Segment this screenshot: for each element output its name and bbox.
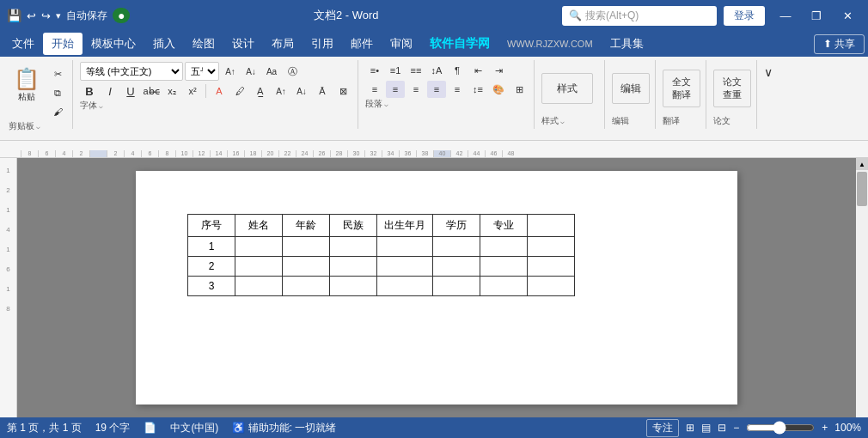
restore-button[interactable]: ❐ [803, 3, 830, 27]
menu-item-review[interactable]: 审阅 [382, 33, 421, 55]
align-right-button[interactable]: ≡ [406, 81, 425, 98]
table-cell[interactable] [480, 257, 528, 277]
table-cell[interactable] [528, 277, 575, 296]
table-cell[interactable] [528, 237, 575, 257]
style-expand-icon[interactable]: ⌵ [560, 118, 565, 125]
table-cell[interactable] [330, 277, 377, 296]
menu-item-template[interactable]: 模板中心 [83, 33, 144, 55]
table-cell[interactable] [283, 237, 330, 257]
clear-format-button[interactable]: Ⓐ [283, 63, 302, 80]
shading-button[interactable]: 🎨 [489, 81, 508, 98]
multilevel-list-button[interactable]: ≡≡ [406, 62, 425, 79]
line-spacing-button[interactable]: ↕≡ [468, 81, 487, 98]
undo-icon[interactable]: ↩ [27, 9, 36, 22]
menu-item-design[interactable]: 设计 [223, 33, 263, 55]
vertical-scrollbar[interactable]: ▲ [856, 158, 868, 417]
menu-item-mailings[interactable]: 邮件 [342, 33, 382, 55]
document-page[interactable]: 序号 姓名 年龄 民族 出生年月 学历 专业 1 [136, 171, 737, 405]
ribbon-more[interactable]: ∨ [759, 60, 778, 81]
table-cell[interactable] [377, 237, 433, 257]
quick-access-more[interactable]: ▾ [56, 10, 61, 21]
share-button[interactable]: ⬆ 共享 [814, 34, 865, 54]
italic-button[interactable]: I [101, 82, 119, 100]
font-size-down2-button[interactable]: A↓ [292, 82, 311, 100]
align-justify-button[interactable]: ≡ [427, 81, 446, 98]
copy-button[interactable]: ⧉ [48, 84, 67, 101]
focus-button[interactable]: 专注 [646, 419, 679, 437]
paper-check-button[interactable]: 论文查重 [713, 70, 751, 107]
bold-button[interactable]: B [80, 82, 99, 100]
bullet-list-button[interactable]: ≡• [365, 62, 384, 79]
char-border-button[interactable]: ⊠ [333, 82, 352, 100]
search-box[interactable]: 🔍 搜索(Alt+Q) [562, 6, 717, 26]
table-cell[interactable] [433, 237, 480, 257]
change-case-button[interactable]: Aa [262, 63, 281, 80]
style-button[interactable]: 样式 [541, 73, 593, 104]
border-button[interactable]: ⊞ [510, 81, 529, 98]
table-cell[interactable] [283, 257, 330, 277]
table-cell[interactable] [235, 237, 283, 257]
align-center-button[interactable]: ≡ [386, 81, 405, 98]
font-family-select[interactable]: 等线 (中文正文) [80, 62, 183, 81]
minimize-button[interactable]: — [772, 3, 799, 27]
cut-button[interactable]: ✂ [48, 65, 67, 82]
scroll-thumb[interactable] [857, 172, 867, 206]
font-expand-icon[interactable]: ⌵ [99, 102, 103, 110]
translate-button[interactable]: 全文翻译 [663, 70, 700, 107]
table-cell[interactable] [480, 277, 528, 296]
document-table[interactable]: 序号 姓名 年龄 民族 出生年月 学历 专业 1 [187, 214, 575, 296]
format-painter-button[interactable]: 🖌 [48, 103, 67, 120]
subscript-button[interactable]: x₂ [162, 82, 181, 100]
scroll-up-button[interactable]: ▲ [856, 158, 868, 170]
align-distribute-button[interactable]: ≡ [448, 81, 467, 98]
number-list-button[interactable]: ≡1 [386, 62, 405, 79]
layout-icon3[interactable]: ⊟ [718, 422, 726, 434]
layout-icon2[interactable]: ▤ [701, 422, 711, 434]
table-cell[interactable] [480, 237, 528, 257]
text-color-button[interactable]: A̲ [251, 82, 270, 100]
indent-increase-button[interactable]: ⇥ [489, 62, 508, 79]
font-size-decrease-button[interactable]: A↓ [241, 63, 260, 80]
table-cell[interactable] [330, 257, 377, 277]
highlight-button[interactable]: 🖊 [230, 82, 249, 100]
table-cell[interactable] [235, 257, 283, 277]
redo-icon[interactable]: ↪ [41, 9, 51, 22]
table-cell[interactable] [235, 277, 283, 296]
document-area[interactable]: 序号 姓名 年龄 民族 出生年月 学历 专业 1 [17, 158, 856, 417]
paste-button[interactable]: 📋 粘贴 [9, 62, 45, 108]
strikethrough-button[interactable]: ab̶c̶ [142, 82, 161, 100]
close-button[interactable]: ✕ [834, 3, 861, 27]
login-button[interactable]: 登录 [724, 6, 765, 26]
layout-icon1[interactable]: ⊞ [686, 422, 694, 434]
menu-item-file[interactable]: 文件 [3, 33, 43, 55]
superscript-button[interactable]: x² [183, 82, 202, 100]
font-size-increase-button[interactable]: A↑ [221, 63, 240, 80]
autosave-toggle[interactable]: ● [113, 8, 130, 23]
indent-decrease-button[interactable]: ⇤ [468, 62, 487, 79]
table-cell[interactable] [377, 257, 433, 277]
zoom-plus[interactable]: + [822, 422, 828, 434]
table-cell[interactable] [433, 257, 480, 277]
zoom-minus[interactable]: − [733, 422, 739, 434]
edit-button[interactable]: 编辑 [612, 73, 650, 104]
show-marks-button[interactable]: ¶ [448, 62, 467, 79]
table-cell[interactable] [377, 277, 433, 296]
menu-item-tools[interactable]: 工具集 [602, 33, 652, 55]
menu-item-home[interactable]: 开始 [43, 33, 83, 55]
save-icon[interactable]: 💾 [7, 9, 21, 22]
table-cell[interactable]: 1 [188, 237, 235, 257]
sort-button[interactable]: ↕A [427, 62, 446, 79]
table-cell[interactable]: 3 [188, 277, 235, 296]
font-size-up2-button[interactable]: A↑ [272, 82, 290, 100]
menu-item-layout[interactable]: 布局 [263, 33, 303, 55]
table-cell[interactable] [330, 237, 377, 257]
menu-item-references[interactable]: 引用 [303, 33, 342, 55]
table-cell[interactable] [283, 277, 330, 296]
ribbon-expand-button[interactable]: ∨ [759, 64, 778, 81]
align-left-button[interactable]: ≡ [365, 81, 384, 98]
clipboard-expand-icon[interactable]: ⌵ [36, 123, 40, 131]
table-cell[interactable]: 2 [188, 257, 235, 277]
font-size-select[interactable]: 五号 [185, 62, 219, 81]
menu-item-insert[interactable]: 插入 [144, 33, 184, 55]
table-cell[interactable] [528, 257, 575, 277]
